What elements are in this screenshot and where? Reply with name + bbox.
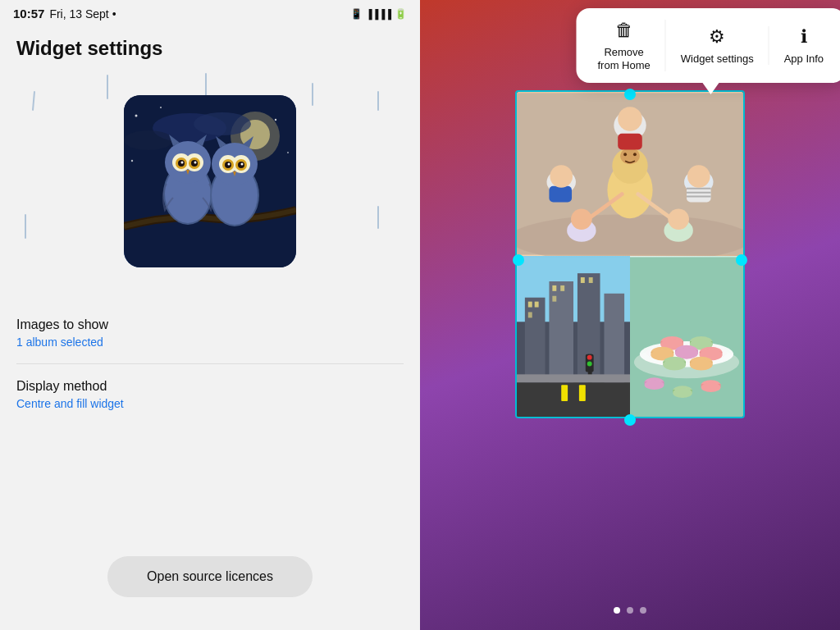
status-date: Fri, 13 Sept	[49, 7, 108, 21]
svg-point-114	[701, 382, 721, 392]
status-time: 10:57	[13, 7, 44, 21]
context-menu: 🗑 Removefrom Home ⚙ Widget settings ℹ Ap…	[576, 8, 840, 83]
svg-rect-78	[579, 385, 586, 401]
page-indicators	[614, 607, 646, 614]
svg-point-43	[620, 148, 640, 164]
tick-mark-2	[107, 75, 108, 99]
signal-icon: ▐▐▐▐	[366, 9, 391, 19]
context-menu-remove[interactable]: 🗑 Removefrom Home	[582, 20, 665, 71]
settings-value-display: Centre and fill widget	[16, 397, 404, 410]
left-panel: 10:57 Fri, 13 Sept • 📱 ▐▐▐▐ 🔋 Widget set…	[0, 0, 420, 630]
tick-mark-6	[25, 214, 26, 239]
svg-point-40	[517, 214, 743, 256]
svg-point-31	[228, 163, 231, 166]
svg-rect-83	[517, 374, 630, 382]
handle-top-center[interactable]	[624, 89, 636, 100]
svg-point-18	[194, 162, 197, 164]
context-menu-widget-settings[interactable]: ⚙ Widget settings	[666, 26, 769, 66]
svg-point-38	[131, 160, 133, 162]
settings-item-display[interactable]: Display method Centre and fill widget	[16, 364, 404, 425]
svg-rect-71	[552, 285, 556, 291]
svg-point-36	[275, 119, 276, 121]
svg-rect-73	[552, 296, 556, 302]
battery-icon: 🔋	[395, 8, 407, 20]
svg-point-5	[124, 130, 173, 150]
svg-point-44	[623, 153, 627, 156]
svg-point-108	[690, 359, 713, 371]
photo-bottom-row	[517, 256, 743, 418]
indicator-2[interactable]	[627, 607, 633, 614]
svg-point-35	[160, 107, 162, 108]
tick-mark-1	[32, 91, 35, 111]
widget-settings-label: Widget settings	[681, 52, 754, 66]
svg-point-117	[673, 388, 692, 398]
handle-middle-left[interactable]	[513, 254, 524, 266]
handle-bottom-center[interactable]	[624, 414, 636, 426]
owl-preview-image	[124, 95, 296, 267]
gear-icon: ⚙	[709, 26, 725, 48]
svg-point-82	[587, 362, 592, 367]
svg-point-111	[645, 380, 664, 390]
svg-rect-76	[517, 382, 630, 418]
status-icons: 📱 ▐▐▐▐ 🔋	[350, 8, 407, 20]
open-source-button[interactable]: Open source licences	[107, 556, 313, 597]
trash-icon: 🗑	[615, 20, 633, 41]
svg-point-34	[135, 115, 138, 117]
tick-mark-4	[312, 83, 313, 106]
settings-item-images[interactable]: Images to show 1 album selected	[16, 303, 404, 364]
photo-macaron	[630, 256, 743, 418]
svg-point-57	[687, 165, 710, 188]
svg-rect-69	[535, 302, 539, 308]
svg-rect-47	[618, 134, 642, 150]
status-bar: 10:57 Fri, 13 Sept • 📱 ▐▐▐▐ 🔋	[0, 0, 420, 24]
settings-value-images: 1 album selected	[16, 336, 404, 349]
svg-rect-77	[561, 385, 568, 401]
svg-point-4	[194, 112, 251, 135]
indicator-3[interactable]	[640, 607, 646, 614]
sim-icon: 📱	[350, 8, 363, 20]
app-info-label: App Info	[784, 52, 824, 66]
settings-list: Images to show 1 album selected Display …	[0, 296, 420, 540]
status-dot: •	[112, 7, 116, 21]
page-title: Widget settings	[16, 37, 404, 60]
svg-rect-72	[560, 285, 564, 291]
tick-mark-7	[377, 206, 379, 229]
svg-point-48	[618, 107, 642, 131]
svg-point-105	[663, 359, 686, 371]
svg-rect-75	[589, 277, 593, 283]
settings-label-display: Display method	[16, 379, 404, 394]
remove-label: Removefrom Home	[597, 46, 650, 71]
preview-container	[0, 66, 420, 296]
svg-rect-68	[528, 302, 532, 308]
svg-rect-50	[549, 186, 572, 203]
page-title-area: Widget settings	[0, 24, 420, 66]
indicator-1[interactable]	[614, 607, 620, 614]
settings-label-images: Images to show	[16, 317, 404, 332]
widget-frame[interactable]	[515, 90, 745, 418]
svg-rect-70	[528, 312, 532, 317]
right-panel: 🗑 Removefrom Home ⚙ Widget settings ℹ Ap…	[420, 0, 840, 630]
svg-point-37	[287, 152, 289, 153]
svg-point-17	[181, 162, 184, 164]
svg-point-45	[633, 153, 637, 156]
svg-rect-74	[581, 277, 585, 283]
handle-middle-right[interactable]	[736, 254, 747, 266]
info-icon: ℹ	[801, 26, 807, 48]
svg-point-81	[587, 355, 592, 360]
photo-city	[517, 256, 630, 418]
svg-point-32	[241, 163, 244, 166]
photo-family	[517, 92, 743, 256]
tick-mark-5	[377, 91, 379, 111]
bottom-button-area: Open source licences	[0, 540, 420, 630]
svg-point-51	[550, 165, 573, 188]
context-menu-app-info[interactable]: ℹ App Info	[769, 26, 838, 66]
